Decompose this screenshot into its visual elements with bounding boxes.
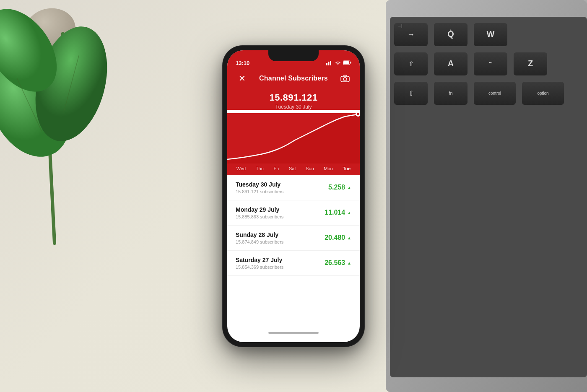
status-time: 13:10	[236, 60, 249, 66]
chart-container	[227, 113, 360, 164]
app-header: ✕ Channel Subscribers	[227, 69, 360, 90]
data-list: Tuesday 30 July 15.891.121 subscribers 5…	[227, 175, 360, 276]
status-icons	[326, 60, 351, 66]
day-labels: Wed Thu Fri Sat Sun Mon Tue	[227, 164, 360, 175]
list-item[interactable]: Sunday 28 July 15.874.849 subscribers 20…	[227, 226, 360, 251]
item-sub-0: 15.891.121 subscribers	[236, 189, 283, 194]
phone-device: 13:10	[222, 45, 365, 347]
item-arrow-0: ▲	[347, 185, 351, 190]
day-tue: Tue	[343, 166, 351, 171]
list-item[interactable]: Tuesday 30 July 15.891.121 subscribers 5…	[227, 175, 360, 200]
item-value-0: 5.258	[328, 184, 345, 191]
svg-text:→: →	[407, 30, 415, 39]
stats-section: 15.891.121 Tuesday 30 July	[227, 90, 360, 110]
svg-text:⇧: ⇧	[408, 60, 414, 67]
subscriber-count: 15.891.121	[236, 92, 351, 103]
status-bar: 13:10	[227, 50, 360, 69]
phone-wrapper: 13:10	[222, 45, 365, 347]
item-sub-1: 15.885.863 subscribers	[236, 214, 283, 219]
list-item[interactable]: Saturday 27 July 15.854.369 subscribers …	[227, 251, 360, 276]
svg-text:W: W	[487, 29, 495, 39]
svg-text:option: option	[537, 91, 548, 96]
wifi-icon	[335, 61, 341, 66]
svg-rect-32	[330, 61, 331, 65]
camera-button[interactable]	[339, 72, 351, 85]
day-thu: Thu	[256, 166, 264, 171]
laptop: → Q W ⇧ A ~ Z ⇧ fn	[386, 0, 587, 392]
svg-text:▲: ▲	[449, 28, 453, 32]
close-button[interactable]: ✕	[236, 72, 248, 85]
svg-text:Z: Z	[528, 59, 533, 68]
item-sub-2: 15.874.849 subscribers	[236, 239, 283, 244]
phone-power-button	[364, 112, 365, 138]
day-sat: Sat	[289, 166, 296, 171]
item-value-2: 20.480	[325, 234, 345, 241]
svg-text:~: ~	[488, 59, 492, 66]
svg-point-37	[343, 78, 347, 81]
day-mon: Mon	[324, 166, 332, 171]
item-title-1: Monday 29 July	[236, 206, 283, 213]
svg-text:fn: fn	[449, 91, 452, 96]
item-sub-3: 15.854.369 subscribers	[236, 265, 283, 270]
svg-text:→|: →|	[397, 24, 402, 28]
phone-screen: 13:10	[227, 50, 360, 342]
svg-rect-35	[351, 62, 351, 64]
laptop-body: → Q W ⇧ A ~ Z ⇧ fn	[386, 0, 587, 392]
item-value-3: 26.563	[325, 259, 345, 267]
battery-icon	[343, 60, 351, 66]
plant-decoration	[0, 0, 122, 252]
phone-volume-down	[222, 123, 223, 138]
list-item[interactable]: Monday 29 July 15.885.863 subscribers 11…	[227, 200, 360, 226]
item-title-3: Saturday 27 July	[236, 257, 283, 263]
day-fri: Fri	[273, 166, 279, 171]
item-arrow-1: ▲	[347, 210, 351, 215]
svg-rect-31	[328, 62, 330, 65]
item-arrow-2: ▲	[347, 236, 351, 240]
day-sun: Sun	[306, 166, 314, 171]
svg-text:⇧: ⇧	[408, 90, 414, 97]
header-title: Channel Subscribers	[259, 75, 328, 82]
item-title-0: Tuesday 30 July	[236, 181, 283, 188]
svg-rect-30	[326, 63, 327, 65]
phone-volume-up	[222, 104, 223, 119]
svg-text:control: control	[488, 91, 501, 96]
stats-date: Tuesday 30 July	[236, 104, 351, 110]
item-title-2: Sunday 28 July	[236, 231, 283, 238]
svg-rect-34	[343, 61, 349, 64]
notch	[268, 50, 319, 61]
item-value-1: 11.014	[325, 209, 345, 216]
day-wed: Wed	[236, 166, 246, 171]
svg-text:A: A	[448, 59, 454, 68]
home-indicator	[268, 332, 319, 334]
signal-icon	[326, 60, 333, 66]
item-arrow-3: ▲	[347, 261, 351, 265]
